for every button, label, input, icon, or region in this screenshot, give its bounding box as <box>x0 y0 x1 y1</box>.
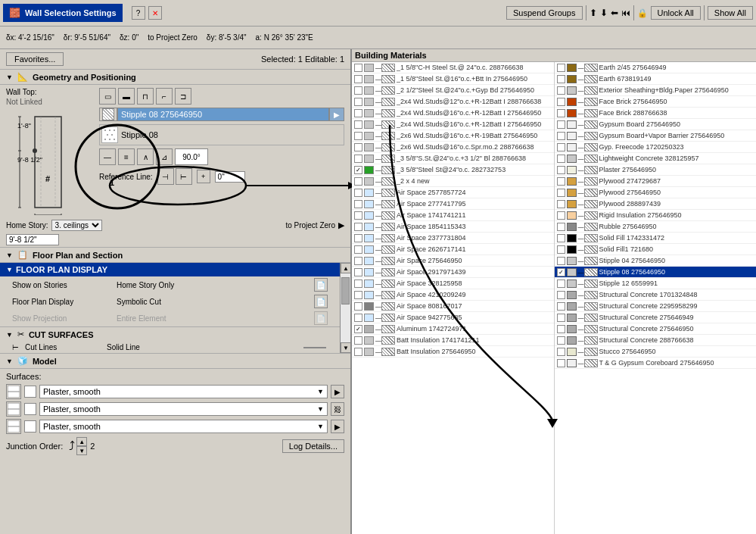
ref-line-value-icon[interactable]: + <box>197 170 210 183</box>
junction-down-btn[interactable]: ▼ <box>76 446 87 455</box>
surface-dropdown-1[interactable]: Plaster, smooth ▼ <box>39 385 328 398</box>
floor-plan-display-header[interactable]: ▼ FLOOR PLAN DISPLAY <box>0 263 340 276</box>
material-item-right-23[interactable]: —Structural Concrete 275646950 <box>555 323 757 335</box>
material-item-right-0[interactable]: —Earth 2/45 275646949 <box>555 62 757 73</box>
material-item-left-16[interactable]: —Air Space 2626717141 <box>352 244 554 255</box>
material-item-right-20[interactable]: —Structural Concrete 1701324848 <box>555 289 757 301</box>
ref-btn-2[interactable]: ⊢ <box>176 168 192 185</box>
material-item-left-24[interactable]: —Batt Insulation 1741741211 <box>352 335 554 346</box>
wall-type-btn-2[interactable]: ▬ <box>118 88 135 105</box>
log-details-button[interactable]: Log Details... <box>282 439 344 453</box>
type-selector-arrow[interactable]: ▶ <box>329 108 344 121</box>
toolbar-icon-1[interactable]: ⬆ <box>590 8 597 18</box>
material-item-right-22[interactable]: —Structural Concrete 275646949 <box>555 312 757 323</box>
toolbar-icon-3[interactable]: ⬅ <box>611 8 618 18</box>
home-story-select[interactable]: 3. ceilings <box>51 220 102 231</box>
show-on-stories-icon[interactable]: 📄 <box>314 278 328 292</box>
material-item-right-8[interactable]: —Lightweight Concrete 328125957 <box>555 153 757 164</box>
ref-line-input[interactable] <box>215 171 245 183</box>
toolbar-icon-2[interactable]: ⬇ <box>600 8 608 18</box>
material-item-left-18[interactable]: —Air Space 2917971439 <box>352 267 554 278</box>
material-item-left-25[interactable]: —Batt Insulation 275646950 <box>352 346 554 358</box>
material-item-left-7[interactable]: —_2x6 Wd.Studs@16"o.c.Spr.mo.2 288766638 <box>352 142 554 153</box>
floor-plan-header[interactable]: ▼ 📋 Floor Plan and Section <box>0 247 350 263</box>
line-btn-4[interactable]: ⊿ <box>156 148 173 165</box>
material-item-left-4[interactable]: —_2x4 Wd.Studs@16"o.c.+R-12Batt I 275646… <box>352 108 554 119</box>
material-item-left-10[interactable]: —_2 x 4 new <box>352 176 554 187</box>
line-btn-3[interactable]: ∧ <box>137 148 154 165</box>
material-item-left-8[interactable]: —_3 5/8"S.St.@24"o.c.+3 1/2" Bl 28876663… <box>352 153 554 164</box>
wall-type-btn-5[interactable]: ⊐ <box>175 88 191 105</box>
cut-surfaces-header[interactable]: ▼ ✂ CUT SURFACES <box>0 326 340 342</box>
wall-type-btn-4[interactable]: ⌐ <box>156 88 173 105</box>
material-item-left-1[interactable]: —_1 5/8"Steel St.@16"o.c.+Btt In 2756469… <box>352 73 554 85</box>
help-icon[interactable]: ? <box>132 6 145 20</box>
suspend-groups-button[interactable]: Suspend Groups <box>506 6 583 20</box>
material-item-right-26[interactable]: —T & G Gypsum Coreboard 275646950 <box>555 358 757 369</box>
surface-dropdown-3[interactable]: Plaster, smooth ▼ <box>39 420 328 433</box>
close-icon[interactable]: ✕ <box>148 6 162 20</box>
material-item-right-25[interactable]: —Stucco 275646950 <box>555 346 757 358</box>
material-item-right-21[interactable]: —Structural Concrete 2295958299 <box>555 301 757 312</box>
material-item-left-12[interactable]: —Air Space 2777417795 <box>352 198 554 210</box>
material-item-left-20[interactable]: —Air Space 4210209249 <box>352 289 554 301</box>
material-item-right-16[interactable]: —Solid Fill1 721680 <box>555 244 757 255</box>
surface-dropdown-2[interactable]: Plaster, smooth ▼ <box>39 402 328 416</box>
material-item-right-19[interactable]: —Stipple 12 6559991 <box>555 278 757 289</box>
material-item-right-10[interactable]: —Plywood 274729687 <box>555 176 757 187</box>
material-item-right-12[interactable]: —Plywood 288897439 <box>555 198 757 210</box>
material-item-left-2[interactable]: —_2 1/2"Steel St.@24"o.c.+Gyp Bd 2756469… <box>352 85 554 96</box>
material-item-left-22[interactable]: —Air Space 942775685 <box>352 312 554 323</box>
angle-input[interactable]: 90.0° <box>175 148 208 165</box>
material-item-left-0[interactable]: —_1 5/8"C-H Steel St.@ 24"o.c. 288766638 <box>352 62 554 73</box>
show-proj-icon[interactable]: 📄 <box>314 311 328 325</box>
scroll-up-btn[interactable]: ▲ <box>341 263 351 273</box>
material-item-right-24[interactable]: —Structural Concrete 288766638 <box>555 335 757 346</box>
material-item-right-7[interactable]: —Gyp. Freecode 1720250323 <box>555 142 757 153</box>
fp-display-icon[interactable]: 📄 <box>314 295 328 308</box>
material-item-left-17[interactable]: —Air Space 275646950 <box>352 255 554 267</box>
to-project-icon[interactable]: ▶ <box>338 220 344 230</box>
favorites-button[interactable]: Favorites... <box>6 52 64 66</box>
material-item-left-9[interactable]: ✓—_3 5/8"Steel St@24"o.c. 282732753 <box>352 164 554 176</box>
wall-type-btn-1[interactable]: ▭ <box>99 88 116 105</box>
material-item-right-1[interactable]: —Earth 673819149 <box>555 73 757 85</box>
material-item-left-14[interactable]: —Air Space 1854115343 <box>352 221 554 233</box>
material-item-right-6[interactable]: —Gypsum Board+Vapor Barrier 275646950 <box>555 130 757 142</box>
model-header[interactable]: ▼ 🧊 Model <box>0 353 350 369</box>
unlock-all-button[interactable]: Unlock All <box>651 6 701 20</box>
material-item-right-3[interactable]: —Face Brick 275646950 <box>555 96 757 108</box>
type-selector-dropdown[interactable]: Stipple 08 275646950 <box>117 108 329 121</box>
geometry-header[interactable]: ▼ 📐 Geometry and Positioning <box>0 70 350 85</box>
line-btn-1[interactable]: — <box>99 148 116 165</box>
ref-btn-1[interactable]: ⊣ <box>157 168 174 185</box>
surface-more-2[interactable]: ⛓ <box>331 402 344 416</box>
material-item-right-9[interactable]: —Plaster 275646950 <box>555 164 757 176</box>
material-item-left-15[interactable]: —Air Space 2377731804 <box>352 233 554 244</box>
height-input[interactable] <box>6 234 59 245</box>
scroll-down-btn[interactable]: ▼ <box>341 342 351 353</box>
material-item-left-23[interactable]: ✓—Aluminum 1742724971 <box>352 323 554 335</box>
material-item-right-18[interactable]: ✓—Stipple 08 275646950 <box>555 267 757 278</box>
material-item-left-6[interactable]: —_2x6 Wd.Studs@16"o.c.+R-19Batt 27564695… <box>352 130 554 142</box>
material-item-right-15[interactable]: —Solid Fill 1742331472 <box>555 233 757 244</box>
line-btn-2[interactable]: ≡ <box>118 148 135 165</box>
surface-more-1[interactable]: ▶ <box>331 385 344 398</box>
material-item-right-4[interactable]: —Face Brick 288766638 <box>555 108 757 119</box>
junction-up-btn[interactable]: ▲ <box>76 437 87 446</box>
wall-type-btn-3[interactable]: ⊓ <box>137 88 154 105</box>
material-item-right-14[interactable]: —Rubble 275646950 <box>555 221 757 233</box>
material-item-left-11[interactable]: —Air Space 2577857724 <box>352 187 554 198</box>
material-item-left-3[interactable]: —_2x4 Wd.Studs@12"o.c.+R-12Batt I 288766… <box>352 96 554 108</box>
material-item-left-21[interactable]: —Air Space 808167017 <box>352 301 554 312</box>
material-item-left-13[interactable]: —Air Space 1741741211 <box>352 210 554 221</box>
material-item-right-17[interactable]: —Stipple 04 275646950 <box>555 255 757 267</box>
material-item-right-11[interactable]: —Plywood 275646950 <box>555 187 757 198</box>
surface-more-3[interactable]: ▶ <box>331 420 344 433</box>
material-item-right-2[interactable]: —Exterior Sheathing+Bldg.Paper 275646950 <box>555 85 757 96</box>
material-item-right-13[interactable]: —Rigid Insulation 275646950 <box>555 210 757 221</box>
material-item-left-5[interactable]: —_2x4 Wd.Studs@16"o.c.+R-12Batt I 275646… <box>352 119 554 130</box>
material-item-left-19[interactable]: —Air Space 328125958 <box>352 278 554 289</box>
toolbar-icon-4[interactable]: ⏮ <box>621 8 630 18</box>
show-all-button[interactable]: Show All <box>708 6 753 20</box>
